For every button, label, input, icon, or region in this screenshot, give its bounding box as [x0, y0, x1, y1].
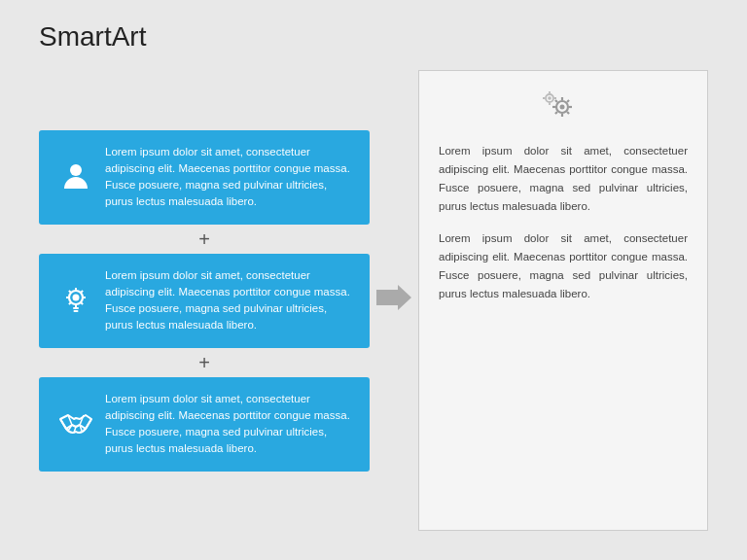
svg-line-9 [69, 302, 71, 304]
plus-sign-1: + [198, 229, 210, 249]
svg-marker-16 [376, 285, 411, 310]
page-title: SmartArt [39, 21, 146, 52]
svg-rect-11 [73, 307, 79, 309]
svg-point-28 [548, 96, 551, 100]
svg-line-6 [69, 291, 71, 293]
right-arrow-icon [376, 283, 411, 319]
svg-line-26 [555, 112, 557, 114]
svg-line-24 [567, 112, 569, 114]
svg-point-10 [73, 295, 80, 301]
card-3: Lorem ipsum dolor sit amet, consectetuer… [39, 377, 370, 472]
left-column: Lorem ipsum dolor sit amet, consectetuer… [39, 130, 370, 472]
card-1: Lorem ipsum dolor sit amet, consectetuer… [39, 130, 370, 225]
bulb-icon [54, 284, 97, 317]
svg-line-25 [567, 100, 569, 102]
plus-sign-2: + [198, 353, 210, 372]
svg-line-23 [555, 100, 557, 102]
right-panel-paragraph-1: Lorem ipsum dolor sit amet, consectetuer… [439, 142, 688, 216]
card-2-text: Lorem ipsum dolor sit amet, consectetuer… [97, 267, 354, 334]
person-icon [54, 161, 97, 192]
svg-rect-12 [74, 310, 79, 312]
handshake-icon [54, 406, 97, 441]
arrow-area [370, 70, 418, 531]
svg-line-7 [81, 302, 83, 304]
card-3-text: Lorem ipsum dolor sit amet, consectetuer… [97, 391, 354, 458]
gear-icons [439, 88, 688, 130]
right-panel: Lorem ipsum dolor sit amet, consectetuer… [418, 70, 708, 531]
svg-line-8 [81, 291, 83, 293]
main-content: Lorem ipsum dolor sit amet, consectetuer… [39, 70, 708, 531]
right-panel-paragraph-2: Lorem ipsum dolor sit amet, consectetuer… [439, 229, 688, 303]
card-1-text: Lorem ipsum dolor sit amet, consectetuer… [97, 144, 354, 211]
card-2: Lorem ipsum dolor sit amet, consectetuer… [39, 254, 370, 348]
svg-point-0 [70, 164, 82, 176]
svg-point-18 [560, 105, 565, 110]
